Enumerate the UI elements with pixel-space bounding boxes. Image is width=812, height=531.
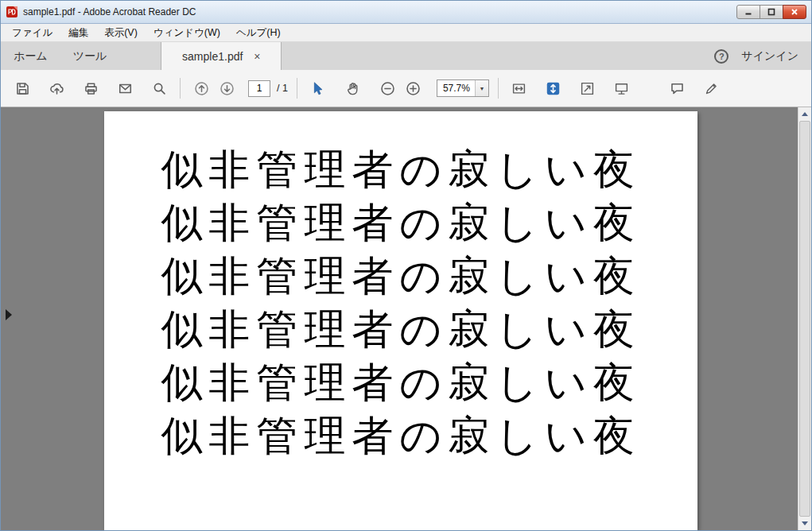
- document-area: 似非管理者の寂しい夜 似非管理者の寂しい夜 似非管理者の寂しい夜 似非管理者の寂…: [1, 107, 811, 530]
- chevron-right-icon: [6, 309, 12, 320]
- window-controls: [737, 5, 806, 19]
- pdf-text-line: 似非管理者の寂しい夜: [104, 143, 697, 196]
- fullscreen-expand-icon: [580, 81, 595, 96]
- select-cursor-icon: [310, 81, 325, 96]
- triangle-down-icon: [802, 521, 808, 525]
- scroll-down-button[interactable]: [798, 517, 811, 530]
- scroll-up-button[interactable]: [798, 107, 811, 121]
- minimize-button[interactable]: [736, 5, 760, 19]
- presentation-mode-button[interactable]: [610, 76, 634, 100]
- hand-icon: [345, 81, 360, 96]
- save-button[interactable]: [10, 76, 34, 100]
- fullscreen-button[interactable]: [576, 76, 600, 100]
- hand-tool-button[interactable]: [341, 76, 365, 100]
- titlebar: sample1.pdf - Adobe Acrobat Reader DC: [1, 1, 811, 24]
- zoom-out-icon: [380, 81, 395, 96]
- pdf-page: 似非管理者の寂しい夜 似非管理者の寂しい夜 似非管理者の寂しい夜 似非管理者の寂…: [104, 111, 697, 530]
- signin-button[interactable]: サインイン: [741, 49, 798, 64]
- help-icon[interactable]: ?: [714, 49, 728, 64]
- menu-item-file[interactable]: ファイル: [4, 24, 60, 42]
- print-button[interactable]: [79, 76, 103, 100]
- menu-item-edit[interactable]: 編集: [60, 24, 96, 42]
- email-button[interactable]: [113, 76, 137, 100]
- toolbar: / 1: [1, 70, 811, 107]
- menu-item-view[interactable]: 表示(V): [96, 24, 146, 42]
- toolbar-separator: [498, 78, 499, 99]
- previous-page-button[interactable]: [189, 76, 213, 100]
- tab-tools[interactable]: ツール: [60, 42, 120, 70]
- pdf-text-line: 似非管理者の寂しい夜: [104, 303, 697, 356]
- pdf-file-icon: [6, 6, 18, 18]
- acrobat-window: sample1.pdf - Adobe Acrobat Reader DC ファ…: [0, 0, 812, 531]
- select-tool-button[interactable]: [306, 76, 330, 100]
- fit-width-icon: [511, 81, 526, 96]
- page-scrolling-button[interactable]: [542, 76, 565, 100]
- arrow-down-circle-icon: [220, 81, 235, 96]
- comment-button[interactable]: [666, 76, 690, 100]
- next-page-button[interactable]: [215, 76, 239, 100]
- fit-width-button[interactable]: [507, 76, 531, 100]
- page-total-label: / 1: [277, 83, 288, 94]
- tabbar-right: ? サインイン: [714, 42, 811, 70]
- pdf-text-line: 似非管理者の寂しい夜: [104, 356, 697, 409]
- zoom-out-button[interactable]: [376, 76, 400, 100]
- comment-bubble-icon: [670, 81, 685, 96]
- print-icon: [84, 81, 99, 96]
- menu-item-help[interactable]: ヘルプ(H): [228, 24, 289, 42]
- close-button[interactable]: [783, 5, 806, 19]
- menubar: ファイル 編集 表示(V) ウィンドウ(W) ヘルプ(H): [1, 24, 811, 42]
- navigation-pane-toggle[interactable]: [6, 308, 17, 321]
- toolbar-separator: [180, 78, 181, 99]
- presentation-screen-icon: [614, 81, 629, 96]
- highlight-pen-button[interactable]: [700, 76, 724, 100]
- share-cloud-button[interactable]: [45, 76, 68, 100]
- triangle-up-icon: [802, 112, 808, 116]
- zoom-in-button[interactable]: [402, 76, 425, 100]
- zoom-level-value: 57.7%: [437, 80, 475, 96]
- pen-icon: [704, 81, 719, 96]
- tab-document-label: sample1.pdf: [182, 50, 243, 63]
- vertical-scrollbar[interactable]: [798, 107, 811, 530]
- zoom-level-dropdown[interactable]: 57.7% ▼: [437, 79, 489, 97]
- chevron-down-icon: ▼: [475, 80, 488, 96]
- search-button[interactable]: [147, 76, 171, 100]
- email-icon: [118, 81, 133, 96]
- cloud-upload-icon: [49, 81, 64, 96]
- save-icon: [15, 81, 30, 96]
- minimize-icon: [744, 7, 753, 17]
- scrollbar-thumb[interactable]: [799, 121, 810, 517]
- search-icon: [152, 81, 167, 96]
- tab-close-icon[interactable]: ×: [254, 51, 260, 62]
- close-icon: [790, 7, 799, 17]
- arrow-up-circle-icon: [194, 81, 209, 96]
- pdf-text-line: 似非管理者の寂しい夜: [104, 196, 697, 250]
- tabbar: ホーム ツール sample1.pdf × ? サインイン: [1, 42, 811, 70]
- tab-home[interactable]: ホーム: [1, 42, 60, 70]
- page-scrolling-icon: [546, 81, 561, 96]
- page-number-input[interactable]: [248, 80, 270, 97]
- pdf-page-text: 似非管理者の寂しい夜 似非管理者の寂しい夜 似非管理者の寂しい夜 似非管理者の寂…: [104, 111, 697, 463]
- pdf-text-line: 似非管理者の寂しい夜: [104, 409, 697, 463]
- menu-item-window[interactable]: ウィンドウ(W): [146, 24, 228, 42]
- zoom-in-icon: [406, 81, 421, 96]
- tab-document[interactable]: sample1.pdf ×: [161, 42, 282, 70]
- tab-tools-label: ツール: [73, 49, 107, 64]
- tab-home-label: ホーム: [14, 49, 48, 64]
- window-title: sample1.pdf - Adobe Acrobat Reader DC: [23, 6, 196, 17]
- maximize-button[interactable]: [760, 5, 783, 19]
- toolbar-separator: [297, 78, 297, 99]
- pdf-text-line: 似非管理者の寂しい夜: [104, 250, 697, 303]
- maximize-icon: [767, 7, 776, 17]
